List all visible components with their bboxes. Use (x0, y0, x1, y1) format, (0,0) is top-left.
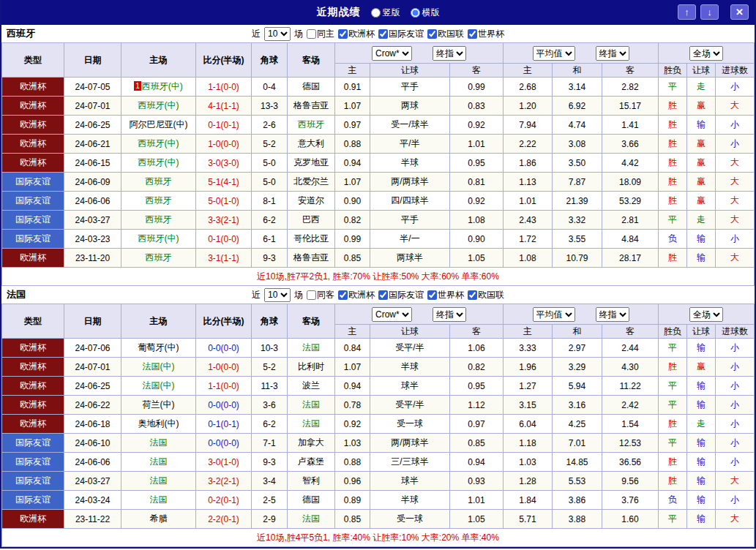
home-team-cell: 1西班牙(中) (121, 78, 196, 97)
home-team-cell: 西班牙 (121, 173, 196, 192)
horizontal-layout-radio[interactable] (411, 8, 420, 18)
euro-odds-source-select[interactable]: 平均值 (533, 46, 575, 61)
match-date-cell: 24-06-10 (64, 434, 121, 453)
same-away-option[interactable]: 同客 (307, 289, 334, 301)
away-team-name: 智利 (302, 475, 320, 486)
subcol-handicap: 让球 (370, 325, 450, 339)
result-scope-select[interactable]: 全场 (689, 46, 723, 61)
spain-rows: 欧洲杯 24-07-05 1西班牙(中) 1-1(0-0) 0-4 德国 0.9… (2, 78, 755, 268)
league-filter-option[interactable]: 欧洲杯 (338, 28, 375, 40)
scroll-up-button[interactable]: ↑ (678, 4, 696, 20)
result-handicap-cell: 输 (687, 491, 716, 510)
ah-home-odds-cell: 0.89 (335, 491, 370, 510)
asian-odds-source-select[interactable]: Crow* (372, 307, 412, 322)
corner-cell: 3-4 (252, 472, 288, 491)
league-checkbox[interactable] (378, 29, 388, 39)
result-goals-cell: 小 (716, 230, 755, 249)
ah-away-odds-cell: 0.90 (450, 230, 504, 249)
result-goals-cell: 大 (716, 154, 755, 173)
games-count-select[interactable]: 10 (264, 288, 291, 302)
eu-draw-odds-cell: 5.94 (553, 377, 602, 396)
away-team-cell: 格鲁吉亚 (288, 97, 335, 116)
league-filter-option[interactable]: 欧洲杯 (338, 289, 375, 301)
eu-home-odds-cell: 1.08 (504, 249, 553, 268)
league-checkbox[interactable] (338, 290, 348, 300)
away-team-cell: 德国 (288, 78, 335, 97)
score-cell: 3-2(2-1) (196, 472, 252, 491)
same-home-option[interactable]: 同主 (307, 28, 334, 40)
vertical-layout-option[interactable]: 竖版 (371, 7, 400, 19)
league-checkbox[interactable] (468, 29, 477, 39)
result-group-header: 全场 (659, 43, 755, 64)
ah-home-odds-cell: 0.78 (335, 396, 370, 415)
league-checkbox[interactable] (427, 29, 437, 39)
match-type-cell: 欧洲杯 (2, 78, 64, 97)
home-team-cell: 西班牙 (121, 192, 196, 211)
result-wdl-cell: 胜 (659, 453, 687, 472)
league-filter-option[interactable]: 世界杯 (468, 28, 504, 40)
scroll-down-button[interactable]: ↓ (700, 4, 719, 20)
eu-away-odds-cell: 18.09 (602, 173, 659, 192)
result-handicap-cell: 输 (687, 377, 716, 396)
vertical-layout-radio[interactable] (371, 8, 381, 18)
league-label: 国际友谊 (389, 289, 424, 301)
section-team-name: 法国 (7, 288, 26, 301)
asian-odds-time-select[interactable]: 终指 (433, 46, 466, 61)
close-button[interactable]: ✕ (730, 4, 749, 20)
league-filter-option[interactable]: 国际友谊 (378, 289, 424, 301)
same-home-checkbox[interactable] (307, 29, 316, 39)
result-scope-select[interactable]: 全场 (689, 307, 723, 322)
match-type-cell: 国际友谊 (2, 211, 64, 230)
corner-cell: 10-3 (252, 339, 288, 358)
same-away-checkbox[interactable] (307, 290, 316, 300)
rank-badge: 1 (134, 81, 141, 91)
asian-odds-time-select[interactable]: 终指 (433, 307, 466, 322)
home-team-cell: 希腊 (121, 510, 196, 529)
france-filter-row: 法国 近 10 场 同客 欧洲杯 国际友谊 世界杯 欧国联 (1, 286, 755, 304)
match-type-cell: 欧洲杯 (2, 97, 64, 116)
euro-odds-time-select[interactable]: 终指 (596, 307, 629, 322)
league-checkbox[interactable] (427, 290, 437, 300)
euro-odds-source-select[interactable]: 平均值 (533, 307, 575, 322)
corner-cell: 3-6 (252, 396, 288, 415)
match-row: 国际友谊 24-03-23 西班牙(中) 0-1(0-0) 6-1 哥伦比亚 0… (2, 230, 755, 249)
away-team-cell: 法国 (288, 510, 335, 529)
france-results-table: 类型 日期 主场 比分(半场) 角球 客场 Crow* 终指 平均值 终指 (1, 304, 755, 547)
league-filter-option[interactable]: 欧国联 (427, 28, 464, 40)
ah-away-odds-cell: 0.94 (450, 453, 504, 472)
league-filter-option[interactable]: 国际友谊 (378, 28, 424, 40)
home-team-cell: 法国(中) (121, 358, 196, 377)
league-checkbox[interactable] (338, 29, 348, 39)
handicap-cell: 平手 (370, 211, 450, 230)
match-type-cell: 欧洲杯 (2, 135, 64, 154)
league-filter-option[interactable]: 欧国联 (468, 289, 504, 301)
ah-home-odds-cell: 0.82 (335, 211, 370, 230)
eu-away-odds-cell: 1.41 (602, 116, 659, 135)
corner-cell: 6-2 (252, 211, 288, 230)
result-handicap-cell: 输 (687, 434, 716, 453)
asian-odds-source-select[interactable]: Crow* (372, 46, 412, 61)
home-team-name: 西班牙(中) (138, 157, 179, 167)
ah-away-odds-cell: 1.01 (450, 491, 504, 510)
result-wdl-cell: 平 (659, 377, 687, 396)
result-handicap-cell: 赢 (687, 154, 716, 173)
result-wdl-cell: 胜 (659, 358, 687, 377)
handicap-cell: 受一/球半 (370, 116, 450, 135)
eu-home-odds-cell: 3.15 (504, 396, 553, 415)
league-checkbox[interactable] (468, 290, 477, 300)
score-cell: 0-0(0-0) (196, 396, 252, 415)
league-checkbox[interactable] (378, 290, 388, 300)
handicap-cell: 半/一 (370, 230, 450, 249)
match-type-cell: 欧洲杯 (2, 396, 64, 415)
league-filter-option[interactable]: 世界杯 (427, 289, 464, 301)
result-handicap-cell: 输 (687, 116, 716, 135)
result-goals-cell: 小 (716, 135, 755, 154)
ah-away-odds-cell: 0.97 (450, 415, 504, 434)
score-cell: 1-0(0-0) (196, 358, 252, 377)
match-row: 欧洲杯 24-07-06 葡萄牙(中) 0-0(0-0) 10-3 法国 0.8… (2, 339, 755, 358)
horizontal-layout-option[interactable]: 横版 (411, 7, 440, 19)
euro-odds-time-select[interactable]: 终指 (596, 46, 629, 61)
away-team-cell: 波兰 (288, 377, 335, 396)
corner-cell: 7-1 (252, 434, 288, 453)
games-count-select[interactable]: 10 (264, 27, 291, 41)
